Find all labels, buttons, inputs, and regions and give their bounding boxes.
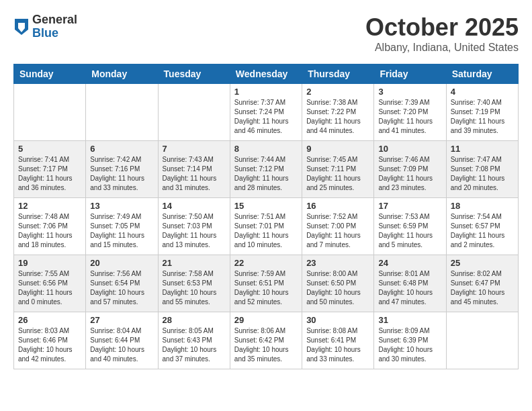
day-number: 18 (451, 201, 514, 211)
day-number: 24 (378, 258, 441, 268)
logo-blue: Blue (32, 27, 77, 40)
day-number: 1 (234, 87, 298, 97)
day-info: Sunrise: 7:42 AM Sunset: 7:16 PM Dayligh… (90, 155, 153, 193)
calendar-cell: 12Sunrise: 7:48 AM Sunset: 7:06 PM Dayli… (14, 198, 86, 255)
logo-general: General (32, 13, 77, 27)
calendar-cell: 8Sunrise: 7:44 AM Sunset: 7:12 PM Daylig… (230, 141, 302, 198)
calendar-cell: 30Sunrise: 8:08 AM Sunset: 6:41 PM Dayli… (302, 312, 374, 369)
day-info: Sunrise: 8:06 AM Sunset: 6:42 PM Dayligh… (234, 326, 298, 364)
calendar-cell: 28Sunrise: 8:05 AM Sunset: 6:43 PM Dayli… (158, 312, 230, 369)
calendar-cell: 29Sunrise: 8:06 AM Sunset: 6:42 PM Dayli… (230, 312, 302, 369)
calendar-cell: 6Sunrise: 7:42 AM Sunset: 7:16 PM Daylig… (86, 141, 158, 198)
day-info: Sunrise: 7:47 AM Sunset: 7:08 PM Dayligh… (451, 155, 514, 193)
weekday-header: Friday (374, 64, 446, 84)
calendar-cell: 16Sunrise: 7:52 AM Sunset: 7:00 PM Dayli… (302, 198, 374, 255)
day-info: Sunrise: 7:56 AM Sunset: 6:54 PM Dayligh… (90, 269, 153, 307)
day-number: 19 (18, 258, 81, 268)
day-info: Sunrise: 7:45 AM Sunset: 7:11 PM Dayligh… (306, 155, 369, 193)
calendar-cell: 31Sunrise: 8:09 AM Sunset: 6:39 PM Dayli… (374, 312, 446, 369)
calendar-cell: 22Sunrise: 7:59 AM Sunset: 6:51 PM Dayli… (230, 255, 302, 312)
weekday-header-row: SundayMondayTuesdayWednesdayThursdayFrid… (14, 64, 519, 84)
day-number: 23 (306, 258, 369, 268)
day-info: Sunrise: 7:48 AM Sunset: 7:06 PM Dayligh… (18, 212, 81, 250)
calendar-cell: 26Sunrise: 8:03 AM Sunset: 6:46 PM Dayli… (14, 312, 86, 369)
location: Albany, Indiana, United States (365, 42, 519, 54)
day-number: 20 (90, 258, 153, 268)
day-info: Sunrise: 7:49 AM Sunset: 7:05 PM Dayligh… (90, 212, 153, 250)
calendar-cell (158, 84, 230, 141)
weekday-header: Sunday (14, 64, 86, 84)
calendar-cell: 18Sunrise: 7:54 AM Sunset: 6:57 PM Dayli… (446, 198, 518, 255)
day-number: 5 (18, 144, 81, 154)
day-number: 8 (234, 144, 298, 154)
day-number: 4 (451, 87, 514, 97)
day-number: 28 (163, 315, 226, 325)
day-number: 11 (451, 144, 514, 154)
day-info: Sunrise: 7:39 AM Sunset: 7:20 PM Dayligh… (378, 98, 441, 136)
day-info: Sunrise: 7:51 AM Sunset: 7:01 PM Dayligh… (234, 212, 298, 250)
title-block: October 2025 Albany, Indiana, United Sta… (365, 13, 519, 54)
day-info: Sunrise: 7:53 AM Sunset: 6:59 PM Dayligh… (378, 212, 441, 250)
calendar-cell: 7Sunrise: 7:43 AM Sunset: 7:14 PM Daylig… (158, 141, 230, 198)
calendar-cell: 15Sunrise: 7:51 AM Sunset: 7:01 PM Dayli… (230, 198, 302, 255)
day-info: Sunrise: 7:43 AM Sunset: 7:14 PM Dayligh… (163, 155, 226, 193)
calendar-cell: 14Sunrise: 7:50 AM Sunset: 7:03 PM Dayli… (158, 198, 230, 255)
day-number: 15 (234, 201, 298, 211)
day-info: Sunrise: 7:37 AM Sunset: 7:24 PM Dayligh… (234, 98, 298, 136)
day-info: Sunrise: 7:59 AM Sunset: 6:51 PM Dayligh… (234, 269, 298, 307)
day-number: 25 (451, 258, 514, 268)
day-number: 29 (234, 315, 298, 325)
day-info: Sunrise: 7:41 AM Sunset: 7:17 PM Dayligh… (18, 155, 81, 193)
weekday-header: Tuesday (158, 64, 230, 84)
day-number: 13 (90, 201, 153, 211)
weekday-header: Thursday (302, 64, 374, 84)
day-info: Sunrise: 7:50 AM Sunset: 7:03 PM Dayligh… (163, 212, 226, 250)
calendar-cell: 27Sunrise: 8:04 AM Sunset: 6:44 PM Dayli… (86, 312, 158, 369)
logo-text: General Blue (32, 13, 77, 40)
page-header: General Blue October 2025 Albany, Indian… (13, 13, 519, 54)
day-number: 22 (234, 258, 298, 268)
calendar-week-row: 1Sunrise: 7:37 AM Sunset: 7:24 PM Daylig… (14, 84, 519, 141)
day-number: 2 (306, 87, 369, 97)
day-info: Sunrise: 7:58 AM Sunset: 6:53 PM Dayligh… (163, 269, 226, 307)
day-number: 6 (90, 144, 153, 154)
calendar-cell: 5Sunrise: 7:41 AM Sunset: 7:17 PM Daylig… (14, 141, 86, 198)
calendar-cell: 11Sunrise: 7:47 AM Sunset: 7:08 PM Dayli… (446, 141, 518, 198)
day-info: Sunrise: 7:38 AM Sunset: 7:22 PM Dayligh… (306, 98, 369, 136)
day-info: Sunrise: 7:54 AM Sunset: 6:57 PM Dayligh… (451, 212, 514, 250)
calendar-cell: 23Sunrise: 8:00 AM Sunset: 6:50 PM Dayli… (302, 255, 374, 312)
calendar-cell: 20Sunrise: 7:56 AM Sunset: 6:54 PM Dayli… (86, 255, 158, 312)
day-info: Sunrise: 7:44 AM Sunset: 7:12 PM Dayligh… (234, 155, 298, 193)
day-info: Sunrise: 8:09 AM Sunset: 6:39 PM Dayligh… (378, 326, 441, 364)
calendar-cell: 1Sunrise: 7:37 AM Sunset: 7:24 PM Daylig… (230, 84, 302, 141)
day-number: 14 (163, 201, 226, 211)
logo-icon (15, 19, 28, 35)
day-info: Sunrise: 7:46 AM Sunset: 7:09 PM Dayligh… (378, 155, 441, 193)
day-number: 26 (18, 315, 81, 325)
day-info: Sunrise: 7:40 AM Sunset: 7:19 PM Dayligh… (451, 98, 514, 136)
day-info: Sunrise: 7:55 AM Sunset: 6:56 PM Dayligh… (18, 269, 81, 307)
calendar-cell: 21Sunrise: 7:58 AM Sunset: 6:53 PM Dayli… (158, 255, 230, 312)
day-info: Sunrise: 8:03 AM Sunset: 6:46 PM Dayligh… (18, 326, 81, 364)
day-info: Sunrise: 8:08 AM Sunset: 6:41 PM Dayligh… (306, 326, 369, 364)
calendar-cell: 19Sunrise: 7:55 AM Sunset: 6:56 PM Dayli… (14, 255, 86, 312)
weekday-header: Monday (86, 64, 158, 84)
day-number: 30 (306, 315, 369, 325)
calendar-cell: 10Sunrise: 7:46 AM Sunset: 7:09 PM Dayli… (374, 141, 446, 198)
calendar: SundayMondayTuesdayWednesdayThursdayFrid… (13, 64, 519, 369)
weekday-header: Wednesday (230, 64, 302, 84)
calendar-week-row: 26Sunrise: 8:03 AM Sunset: 6:46 PM Dayli… (14, 312, 519, 369)
day-number: 10 (378, 144, 441, 154)
calendar-cell (86, 84, 158, 141)
weekday-header: Saturday (446, 64, 518, 84)
day-info: Sunrise: 8:02 AM Sunset: 6:47 PM Dayligh… (451, 269, 514, 307)
calendar-cell: 13Sunrise: 7:49 AM Sunset: 7:05 PM Dayli… (86, 198, 158, 255)
day-number: 7 (163, 144, 226, 154)
day-number: 12 (18, 201, 81, 211)
day-number: 3 (378, 87, 441, 97)
day-info: Sunrise: 8:05 AM Sunset: 6:43 PM Dayligh… (163, 326, 226, 364)
calendar-cell (14, 84, 86, 141)
calendar-cell: 24Sunrise: 8:01 AM Sunset: 6:48 PM Dayli… (374, 255, 446, 312)
calendar-cell: 2Sunrise: 7:38 AM Sunset: 7:22 PM Daylig… (302, 84, 374, 141)
calendar-week-row: 5Sunrise: 7:41 AM Sunset: 7:17 PM Daylig… (14, 141, 519, 198)
